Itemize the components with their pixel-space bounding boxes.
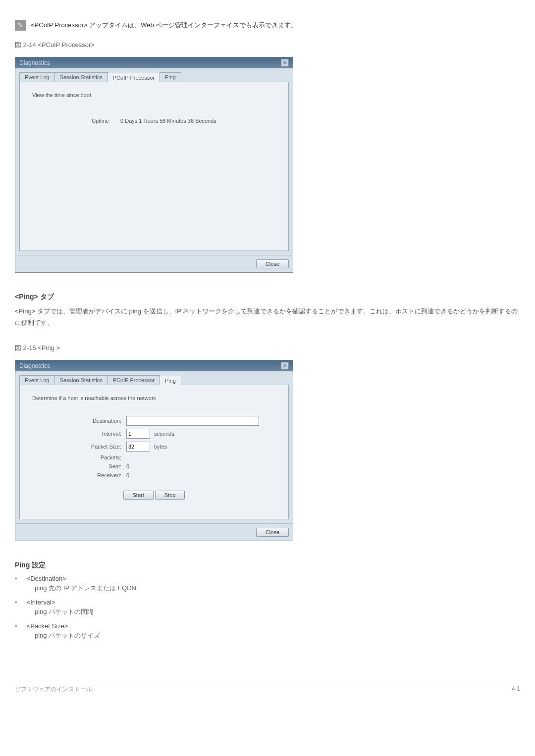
setting-interval-desc: ping パケットの間隔 — [35, 607, 520, 616]
diagnostics-dialog-2: Diagnostics ✕ Event Log Session Statisti… — [15, 360, 293, 541]
figure2-caption: 図 2-15:<Ping > — [15, 344, 520, 353]
setting-destination-title: <Destination> — [27, 575, 66, 582]
bullet-icon: • — [15, 575, 25, 582]
ping-tab-title: <Ping> タブ — [15, 293, 520, 302]
setting-packet-size-title: <Packet Size> — [27, 622, 68, 630]
setting-interval-title: <Interval> — [27, 599, 55, 606]
uptime-row: Uptime 0 Days 1 Hours 58 Minutes 36 Seco… — [32, 118, 276, 124]
dialog2-footer: Close — [15, 523, 293, 541]
dialog1-panel: View the time since boot Uptime 0 Days 1… — [19, 82, 289, 251]
dialog2-titlebar: Diagnostics ✕ — [15, 360, 293, 371]
list-item: • <Interval> ping パケットの間隔 — [15, 599, 520, 616]
label-destination: Destination: — [32, 418, 126, 424]
dialog2-panel-heading: Determine if a host is reachable across … — [32, 395, 276, 401]
start-button[interactable]: Start — [123, 491, 154, 500]
label-interval: Interval: — [32, 431, 126, 437]
row-packet-size: Packet Size: bytes — [32, 442, 276, 452]
tab-pcoip-processor[interactable]: PCoIP Processor — [107, 375, 160, 385]
footer-left: ソフトウェアのインストール — [15, 685, 92, 694]
dialog1-tabs: Event Log Session Statistics PCoIP Proce… — [19, 72, 289, 82]
label-sent: Sent: — [32, 463, 126, 469]
tab-session-statistics[interactable]: Session Statistics — [54, 375, 108, 385]
label-packets: Packets: — [32, 454, 126, 460]
uptime-label: Uptime — [92, 118, 109, 124]
note-row: ✎ <PCoIP Processor> アップタイムは、Web ページ管理インタ… — [15, 20, 520, 31]
stop-button[interactable]: Stop — [155, 491, 185, 500]
interval-unit: seconds — [154, 431, 174, 437]
bullet-icon: • — [15, 599, 25, 606]
tab-event-log[interactable]: Event Log — [19, 72, 55, 82]
list-item: • <Destination> ping 先の IP アドレスまたは FQDN — [15, 575, 520, 593]
dialog1-title-text: Diagnostics — [19, 59, 50, 66]
dialog1-panel-heading: View the time since boot — [32, 92, 276, 98]
setting-destination-desc: ping 先の IP アドレスまたは FQDN — [35, 584, 520, 593]
dialog1-footer: Close — [15, 255, 293, 272]
received-value: 0 — [126, 472, 129, 478]
dialog2-panel: Determine if a host is reachable across … — [19, 385, 289, 519]
note-icon: ✎ — [15, 20, 26, 31]
footer-right: 4-1 — [512, 685, 520, 694]
row-sent: Sent: 0 — [32, 463, 276, 469]
dialog1-titlebar: Diagnostics ✕ — [15, 57, 293, 68]
diagnostics-dialog-1: Diagnostics ✕ Event Log Session Statisti… — [15, 57, 293, 273]
dialog2-title-text: Diagnostics — [19, 362, 50, 369]
close-icon[interactable]: ✕ — [281, 59, 289, 67]
bullet-icon: • — [15, 622, 25, 630]
tab-pcoip-processor[interactable]: PCoIP Processor — [107, 73, 160, 82]
ping-settings-title: Ping 設定 — [15, 561, 520, 570]
packet-size-unit: bytes — [154, 444, 167, 450]
row-interval: Interval: seconds — [32, 429, 276, 439]
row-destination: Destination: — [32, 416, 276, 426]
figure1-caption: 図 2-14:<PCoIP Processor> — [15, 41, 520, 50]
setting-packet-size-desc: ping パケットのサイズ — [35, 631, 520, 640]
packet-size-input[interactable] — [126, 442, 150, 452]
row-packets: Packets: — [32, 454, 276, 460]
ping-button-row: Start Stop — [32, 491, 276, 500]
close-icon[interactable]: ✕ — [281, 362, 289, 370]
page-footer: ソフトウェアのインストール 4-1 — [15, 680, 520, 694]
sent-value: 0 — [126, 463, 129, 469]
dialog2-tabs: Event Log Session Statistics PCoIP Proce… — [19, 375, 289, 385]
list-item: • <Packet Size> ping パケットのサイズ — [15, 622, 520, 640]
close-button[interactable]: Close — [256, 259, 289, 268]
tab-session-statistics[interactable]: Session Statistics — [54, 72, 108, 82]
tab-event-log[interactable]: Event Log — [19, 375, 55, 385]
destination-input[interactable] — [126, 416, 259, 426]
label-packet-size: Packet Size: — [32, 444, 126, 450]
ping-settings-list: • <Destination> ping 先の IP アドレスまたは FQDN … — [15, 575, 520, 640]
interval-input[interactable] — [126, 429, 150, 439]
uptime-value: 0 Days 1 Hours 58 Minutes 36 Seconds — [120, 118, 216, 124]
ping-tab-body: <Ping> タブでは、管理者がデバイスに ping を送信し、IP ネットワー… — [15, 305, 520, 329]
row-received: Received: 0 — [32, 472, 276, 478]
tab-ping[interactable]: Ping — [160, 72, 181, 82]
note-text: <PCoIP Processor> アップタイムは、Web ページ管理インターフ… — [31, 21, 297, 30]
label-received: Received: — [32, 472, 126, 478]
tab-ping[interactable]: Ping — [160, 376, 181, 385]
close-button[interactable]: Close — [256, 528, 289, 537]
